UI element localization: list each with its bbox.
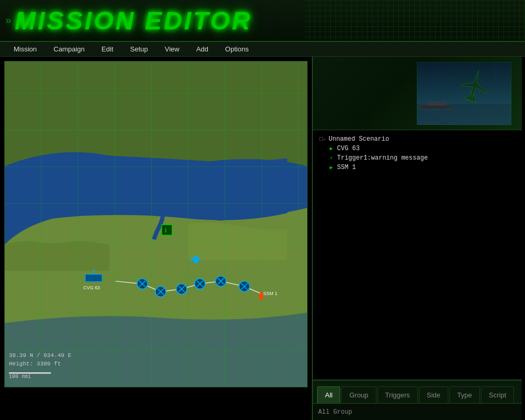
app-title: MISSION EDITOR <box>15 6 253 35</box>
nav-campaign[interactable]: Campaign <box>45 42 93 57</box>
unit-icon-cvg63: ▶ <box>328 145 335 152</box>
tab-bar: All Group Triggers Side Type Script <box>313 380 522 403</box>
nav-edit[interactable]: Edit <box>93 42 121 57</box>
tree-scenario-root[interactable]: □- Unnamed Scenario <box>317 134 518 144</box>
svg-rect-36 <box>419 105 451 109</box>
tab-all[interactable]: All <box>317 386 340 403</box>
tree-label-cvg63: CVG 63 <box>337 145 360 152</box>
tree-item-trigger1[interactable]: ⚡ Trigger1:warning message <box>317 153 518 163</box>
scenario-tree: □- Unnamed Scenario ▶ CVG 63 ⚡ Trigger1:… <box>313 130 522 380</box>
right-panel: □- Unnamed Scenario ▶ CVG 63 ⚡ Trigger1:… <box>312 57 522 420</box>
panel-bottom-label: All Group <box>313 403 522 420</box>
tab-side[interactable]: Side <box>419 386 448 403</box>
tree-item-cvg63[interactable]: ▶ CVG 63 <box>317 144 518 153</box>
tree-item-ssm1[interactable]: ▶ SSM 1 <box>317 163 518 172</box>
nav-add[interactable]: Add <box>188 42 217 57</box>
nav-setup[interactable]: Setup <box>122 42 156 57</box>
svg-rect-37 <box>427 102 446 105</box>
scale-bar: 100 nmi <box>9 372 51 380</box>
tab-triggers[interactable]: Triggers <box>377 386 418 403</box>
tree-label-ssm1: SSM 1 <box>337 164 356 171</box>
tree-label-trigger1: Trigger1:warning message <box>337 154 428 162</box>
aircraft-display <box>313 57 522 130</box>
navbar: Mission Campaign Edit Setup View Add Opt… <box>0 42 525 57</box>
nav-options[interactable]: Options <box>217 42 257 57</box>
nav-view[interactable]: View <box>156 42 188 57</box>
tab-group[interactable]: Group <box>341 386 376 403</box>
tab-script[interactable]: Script <box>481 386 514 403</box>
map-coordinates: 38.39 N / 034.49 E Height: 3389 ft <box>9 352 71 368</box>
folder-icon: □- <box>319 135 327 143</box>
header: » MISSION EDITOR <box>0 0 525 42</box>
tab-type[interactable]: Type <box>449 386 480 403</box>
main-area: CVG 63 i SSM 1 38.39 N / 034.49 E He <box>0 57 525 420</box>
map-container[interactable]: CVG 63 i SSM 1 38.39 N / 034.49 E He <box>4 61 308 387</box>
tree-scenario-label: Unnamed Scenario <box>329 135 389 143</box>
unit-icon-trigger1: ⚡ <box>328 154 335 162</box>
chevron-icon: » <box>5 15 12 27</box>
nav-mission[interactable]: Mission <box>5 42 45 57</box>
unit-icon-ssm1: ▶ <box>328 164 335 171</box>
